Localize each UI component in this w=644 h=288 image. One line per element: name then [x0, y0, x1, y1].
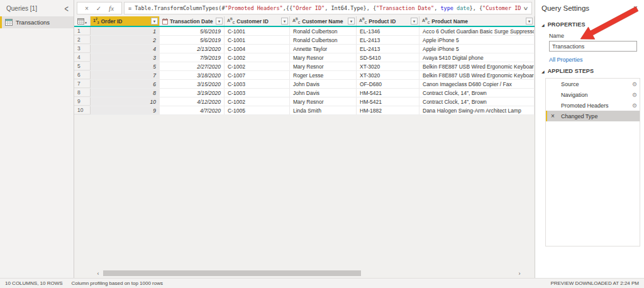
all-properties-link[interactable]: All Properties — [549, 57, 638, 63]
table-cell[interactable]: C-1007 — [225, 71, 290, 79]
table-cell[interactable]: 3/15/2020 — [160, 80, 225, 88]
applied-steps-section-header[interactable]: ◢ APPLIED STEPS — [541, 68, 638, 74]
table-cell[interactable]: EL-2413 — [357, 45, 419, 53]
table-cell[interactable]: 2/27/2020 — [160, 62, 225, 70]
table-cell[interactable]: HM-5421 — [357, 89, 419, 97]
gear-icon[interactable]: ⚙ — [632, 92, 637, 98]
table-cell[interactable]: Avaya 5410 Digital phone — [419, 53, 535, 62]
table-cell[interactable]: HM-1882 — [357, 106, 419, 114]
table-cell[interactable]: Mary Resnor — [290, 62, 357, 70]
table-cell[interactable]: Linda Smith — [290, 106, 357, 114]
query-item-transactions[interactable]: Transactions — [0, 16, 74, 28]
table-cell[interactable]: 1 — [91, 27, 160, 35]
row-number[interactable]: 4 — [74, 53, 91, 62]
table-cell[interactable]: C-1004 — [225, 45, 290, 53]
gear-icon[interactable]: ⚙ — [632, 102, 637, 109]
table-cell[interactable]: Ronald Culbertson — [290, 36, 357, 44]
table-cell[interactable]: 7 — [91, 71, 160, 79]
column-header-order-id[interactable]: 123 Order ID ▾ — [91, 16, 160, 26]
table-cell[interactable]: XT-3020 — [357, 62, 419, 70]
table-cell[interactable]: EL-1346 — [357, 27, 419, 35]
table-cell[interactable]: 2/13/2020 — [160, 45, 225, 53]
applied-step-source[interactable]: Source⚙ — [546, 79, 640, 89]
table-cell[interactable]: 5 — [91, 62, 160, 70]
filter-dropdown-icon[interactable]: ▾ — [348, 18, 355, 25]
table-cell[interactable]: 10 — [91, 97, 160, 106]
table-cell[interactable]: Belkin F8E887 USB Wired Ergonomic Keyboa… — [419, 71, 535, 79]
table-cell[interactable]: 8 — [91, 89, 160, 97]
applied-step-changed-type[interactable]: ×Changed Type — [546, 111, 640, 121]
filter-dropdown-icon[interactable]: ▾ — [151, 18, 158, 25]
table-cell[interactable]: C-1003 — [225, 89, 290, 97]
scroll-right-icon[interactable]: › — [516, 270, 523, 277]
table-cell[interactable]: C-1003 — [225, 80, 290, 88]
column-header-product-name[interactable]: ABC Product Name ▾ — [419, 16, 535, 26]
table-cell[interactable]: C-1001 — [225, 27, 290, 35]
table-cell[interactable]: Contract Clock, 14", Brown — [419, 97, 535, 106]
column-header-transaction-date[interactable]: Transaction Date ▾ — [160, 16, 225, 26]
filter-dropdown-icon[interactable]: ▾ — [526, 18, 533, 25]
table-cell[interactable]: 5/6/2019 — [160, 27, 225, 35]
table-cell[interactable]: Annette Taylor — [290, 45, 357, 53]
properties-section-header[interactable]: ◢ PROPERTIES — [541, 21, 638, 28]
table-cell[interactable]: Apple iPhone 5 — [419, 36, 535, 44]
table-cell[interactable]: HM-5421 — [357, 97, 419, 106]
table-cell[interactable]: 6 — [91, 80, 160, 88]
table-cell[interactable]: SD-5410 — [357, 53, 419, 62]
filter-dropdown-icon[interactable]: ▾ — [216, 18, 223, 25]
filter-dropdown-icon[interactable]: ▾ — [281, 18, 288, 25]
row-number[interactable]: 8 — [74, 89, 91, 97]
table-cell[interactable]: Ronald Culbertson — [290, 27, 357, 35]
cancel-formula-icon[interactable]: × — [85, 5, 89, 12]
row-number[interactable]: 2 — [74, 36, 91, 44]
column-header-customer-name[interactable]: ABC Customer Name ▾ — [290, 16, 357, 26]
row-number[interactable]: 3 — [74, 45, 91, 53]
table-cell[interactable]: Belkin F8E887 USB Wired Ergonomic Keyboa… — [419, 62, 535, 70]
table-cell[interactable]: 4/7/2020 — [160, 106, 225, 114]
table-cell[interactable]: 7/9/2019 — [160, 53, 225, 62]
scroll-left-icon[interactable]: ‹ — [94, 270, 102, 277]
table-cell[interactable]: Apple iPhone 5 — [419, 45, 535, 53]
query-name-input[interactable] — [549, 41, 637, 52]
table-cell[interactable]: 9 — [91, 106, 160, 114]
table-cell[interactable]: C-1002 — [225, 62, 290, 70]
column-header-product-id[interactable]: ABC Product ID ▾ — [357, 16, 419, 26]
row-number[interactable]: 5 — [74, 62, 91, 70]
table-cell[interactable]: 5/6/2019 — [160, 36, 225, 44]
applied-step-navigation[interactable]: Navigation⚙ — [546, 89, 640, 100]
profiling-status[interactable]: Column profiling based on top 1000 rows — [72, 280, 163, 286]
close-icon[interactable]: × — [633, 4, 638, 13]
table-cell[interactable]: John Davis — [290, 89, 357, 97]
table-cell[interactable]: Contract Clock, 14", Brown — [419, 89, 535, 97]
table-cell[interactable]: XT-3020 — [357, 71, 419, 79]
row-number[interactable]: 6 — [74, 71, 91, 79]
table-cell[interactable]: OF-D680 — [357, 80, 419, 88]
table-cell[interactable]: 2 — [91, 36, 160, 44]
table-cell[interactable]: EL-2413 — [357, 36, 419, 44]
fx-icon[interactable]: fx — [109, 4, 114, 12]
collapse-queries-icon[interactable]: < — [65, 3, 69, 14]
row-number[interactable]: 1 — [74, 27, 91, 35]
table-cell[interactable]: Acco 6 Outlet Guardian Basic Surge Suppr… — [419, 27, 535, 35]
filter-dropdown-icon[interactable]: ▾ — [411, 18, 418, 25]
column-header-customer-id[interactable]: ABC Customer ID ▾ — [225, 16, 290, 26]
table-cell[interactable]: Dana Halogen Swing-Arm Architect Lamp — [419, 106, 535, 114]
delete-step-icon[interactable]: × — [551, 113, 555, 119]
row-number[interactable]: 10 — [74, 106, 91, 114]
expand-formula-icon[interactable]: ∨ — [523, 6, 528, 11]
table-cell[interactable]: 3 — [91, 53, 160, 62]
gear-icon[interactable]: ⚙ — [632, 81, 637, 87]
table-cell[interactable]: Mary Resnor — [290, 97, 357, 106]
row-number[interactable]: 7 — [74, 80, 91, 88]
table-cell[interactable]: C-1002 — [225, 97, 290, 106]
table-cell[interactable]: Roger Lesse — [290, 71, 357, 79]
table-cell[interactable]: John Davis — [290, 80, 357, 88]
table-cell[interactable]: 4/12/2020 — [160, 97, 225, 106]
table-cell[interactable]: C-1002 — [225, 53, 290, 62]
table-cell[interactable]: C-1005 — [225, 106, 290, 114]
table-corner-button[interactable]: ▾ — [74, 16, 91, 26]
table-cell[interactable]: Canon Imageclass D680 Copier / Fax — [419, 80, 535, 88]
formula-input[interactable]: = Table.TransformColumnTypes(#"Promoted … — [124, 2, 532, 14]
table-cell[interactable]: Mary Resnor — [290, 53, 357, 62]
scrollbar-thumb[interactable] — [103, 270, 361, 276]
